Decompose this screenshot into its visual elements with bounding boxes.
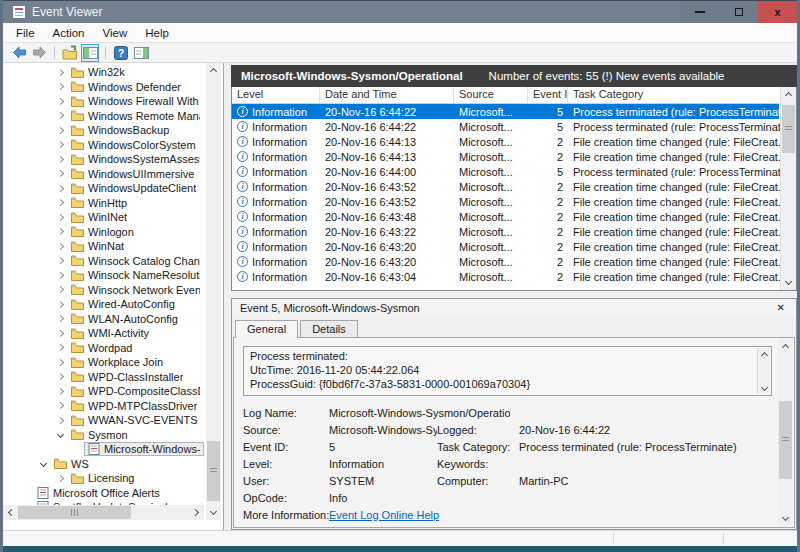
- scroll-up-button[interactable]: [778, 339, 793, 354]
- tree-expander[interactable]: [53, 70, 67, 75]
- scroll-down-button[interactable]: [778, 511, 793, 526]
- tree-expander[interactable]: [53, 273, 67, 278]
- event-row[interactable]: Information 20-Nov-16 6:43:20 Microsoft.…: [232, 254, 779, 269]
- scroll-up-button[interactable]: [758, 348, 771, 360]
- event-log-online-help-link[interactable]: Event Log Online Help: [329, 509, 439, 521]
- tree-item[interactable]: Microsoft Office Alerts: [3, 486, 204, 501]
- tree-item[interactable]: Winsock Catalog Change: [3, 254, 204, 269]
- tree-item[interactable]: Winsock NameResolution E: [3, 268, 204, 283]
- scroll-left-button[interactable]: [3, 505, 18, 520]
- show-hide-console-tree-button[interactable]: [81, 44, 99, 62]
- tree-item[interactable]: Sysmon: [3, 428, 204, 443]
- tree-expander[interactable]: [19, 490, 33, 495]
- tree-item[interactable]: Microsoft-Windows-Sys: [3, 442, 204, 457]
- menu-action[interactable]: Action: [44, 25, 94, 41]
- tree-expander[interactable]: [53, 186, 67, 191]
- tree-expander[interactable]: [53, 244, 67, 249]
- tree-item[interactable]: WMI-Activity: [3, 326, 204, 341]
- detail-vertical-scrollbar[interactable]: [778, 339, 793, 526]
- scrollbar-thumb[interactable]: [207, 441, 220, 501]
- tree-item[interactable]: Winsock Network Event: [3, 283, 204, 298]
- tree-item[interactable]: Winlogon: [3, 225, 204, 240]
- back-button[interactable]: [10, 44, 28, 62]
- tree-item[interactable]: WWAN-SVC-EVENTS: [3, 413, 204, 428]
- tree-expander[interactable]: [53, 287, 67, 292]
- tree-expander[interactable]: [53, 432, 67, 437]
- scroll-down-button[interactable]: [206, 505, 221, 520]
- event-row[interactable]: Information 20-Nov-16 6:43:22 Microsoft.…: [232, 224, 779, 239]
- tree-expander[interactable]: [53, 360, 67, 365]
- tree-expander[interactable]: [53, 258, 67, 263]
- minimize-button[interactable]: [680, 1, 719, 23]
- event-description[interactable]: Process terminated:UtcTime: 2016-11-20 0…: [243, 346, 772, 396]
- tree-item[interactable]: Windows Defender: [3, 80, 204, 95]
- tree-expander[interactable]: [53, 302, 67, 307]
- tree-item[interactable]: Windows Remote Manager: [3, 109, 204, 124]
- column-header-level[interactable]: Level: [232, 87, 320, 103]
- tree-item[interactable]: Win32k: [3, 65, 204, 80]
- event-row[interactable]: Information 20-Nov-16 6:43:20 Microsoft.…: [232, 239, 779, 254]
- tree-item[interactable]: WindowsUIImmersive: [3, 167, 204, 182]
- help-button[interactable]: ?: [112, 44, 130, 62]
- tree-expander[interactable]: [53, 331, 67, 336]
- tree-expander[interactable]: [53, 403, 67, 408]
- tree-item[interactable]: WPD-MTPClassDriver: [3, 399, 204, 414]
- description-scrollbar[interactable]: [757, 348, 770, 394]
- pane-splitter[interactable]: [224, 63, 231, 530]
- scroll-right-button[interactable]: [189, 505, 204, 520]
- scrollbar-thumb[interactable]: [18, 506, 131, 519]
- scroll-up-button[interactable]: [206, 63, 221, 78]
- tree-item[interactable]: Licensing: [3, 471, 204, 486]
- tree-item[interactable]: WindowsSystemAssessmen: [3, 152, 204, 167]
- tree-item[interactable]: WPD-CompositeClassDrive: [3, 384, 204, 399]
- tree-item[interactable]: Wordpad: [3, 341, 204, 356]
- event-row[interactable]: Information 20-Nov-16 6:44:00 Microsoft.…: [232, 164, 779, 179]
- open-saved-log-button[interactable]: [61, 44, 79, 62]
- tree-item[interactable]: WindowsColorSystem: [3, 138, 204, 153]
- tree-expander[interactable]: [53, 316, 67, 321]
- tree-item[interactable]: Wired-AutoConfig: [3, 297, 204, 312]
- menu-file[interactable]: File: [7, 25, 44, 41]
- tree-expander[interactable]: [53, 476, 67, 481]
- tree-expander[interactable]: [53, 157, 67, 162]
- tree-expander[interactable]: [53, 418, 67, 423]
- column-header-date-time[interactable]: Date and Time: [320, 87, 454, 103]
- list-vertical-scrollbar[interactable]: [780, 87, 796, 290]
- event-row[interactable]: Information 20-Nov-16 6:44:22 Microsoft.…: [232, 104, 779, 119]
- tree-horizontal-scrollbar[interactable]: [3, 505, 204, 520]
- column-header-source[interactable]: Source: [454, 87, 528, 103]
- preview-splitter[interactable]: [231, 291, 797, 298]
- tree-expander[interactable]: [53, 84, 67, 89]
- column-header-event-id[interactable]: Event ID: [528, 87, 568, 103]
- column-header-task-category[interactable]: Task Category: [568, 87, 779, 103]
- maximize-button[interactable]: [719, 1, 758, 23]
- close-button[interactable]: x: [758, 1, 797, 23]
- event-row[interactable]: Information 20-Nov-16 6:44:13 Microsoft.…: [232, 134, 779, 149]
- tree-item[interactable]: WinNat: [3, 239, 204, 254]
- tree-expander[interactable]: [53, 99, 67, 104]
- tree-item[interactable]: WindowsUpdateClient: [3, 181, 204, 196]
- event-row[interactable]: Information 20-Nov-16 6:44:13 Microsoft.…: [232, 149, 779, 164]
- tree-expander[interactable]: [53, 389, 67, 394]
- event-row[interactable]: Information 20-Nov-16 6:43:04 Microsoft.…: [232, 269, 779, 284]
- scroll-up-button[interactable]: [781, 87, 796, 102]
- forward-button[interactable]: [30, 44, 48, 62]
- tree-item[interactable]: WS: [3, 457, 204, 472]
- event-row[interactable]: Information 20-Nov-16 6:43:48 Microsoft.…: [232, 209, 779, 224]
- tree-item[interactable]: WinHttp: [3, 196, 204, 211]
- tree-item[interactable]: WinINet: [3, 210, 204, 225]
- menu-help[interactable]: Help: [136, 25, 178, 41]
- scrollbar-thumb[interactable]: [779, 401, 792, 479]
- tree-item[interactable]: Windows Firewall With Adv: [3, 94, 204, 109]
- menu-view[interactable]: View: [94, 25, 137, 41]
- tree-vertical-scrollbar[interactable]: [206, 63, 221, 520]
- tree-expander[interactable]: [53, 374, 67, 379]
- tree-item[interactable]: WindowsBackup: [3, 123, 204, 138]
- scrollbar-thumb[interactable]: [782, 105, 795, 153]
- tree-expander[interactable]: [53, 171, 67, 176]
- tab-details[interactable]: Details: [300, 320, 358, 337]
- event-row[interactable]: Information 20-Nov-16 6:43:52 Microsoft.…: [232, 179, 779, 194]
- tree-expander[interactable]: [53, 200, 67, 205]
- tree-expander[interactable]: [53, 229, 67, 234]
- tab-general[interactable]: General: [235, 320, 298, 338]
